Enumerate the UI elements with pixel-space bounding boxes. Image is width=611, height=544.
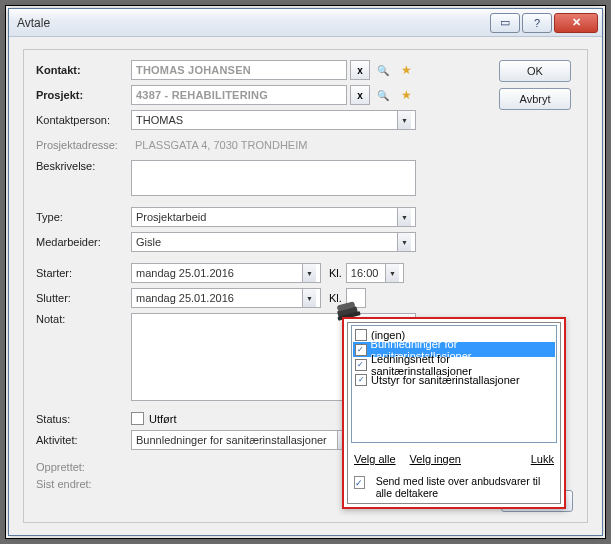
window-title: Avtale xyxy=(17,16,488,30)
ok-button[interactable]: OK xyxy=(499,60,571,82)
star-icon: ★ xyxy=(401,88,412,102)
titlebar: Avtale ▭ ? ✕ xyxy=(9,9,602,37)
x-icon: x xyxy=(357,90,363,101)
kontaktperson-select[interactable]: THOMAS xyxy=(131,110,416,130)
chevron-down-icon xyxy=(397,111,411,129)
label-kontaktperson: Kontaktperson: xyxy=(36,114,131,126)
popup-item-label: Utstyr for sanitærinstallasjoner xyxy=(371,374,520,386)
popup-list[interactable]: (ingen) ✓ Bunnledninger for sanitærinsta… xyxy=(351,325,557,443)
prosjektadresse-value: PLASSGATA 4, 7030 TRONDHEIM xyxy=(131,135,416,155)
kontakt-search-button[interactable]: 🔍 xyxy=(373,60,393,80)
aktivitet-popup: (ingen) ✓ Bunnledninger for sanitærinsta… xyxy=(342,317,566,509)
popup-checkbox[interactable]: ✓ xyxy=(355,344,367,356)
lukk-link[interactable]: Lukk xyxy=(531,453,554,465)
label-opprettet: Opprettet: xyxy=(36,461,131,473)
star-icon: ★ xyxy=(401,63,412,77)
label-utfort: Utført xyxy=(149,413,177,425)
popup-item-ledningsnett[interactable]: ✓ Ledningsnett for sanitærinstallasjoner xyxy=(353,357,555,372)
end-date-value: mandag 25.01.2016 xyxy=(136,292,234,304)
kontakt-field[interactable]: THOMAS JOHANSEN xyxy=(131,60,347,80)
close-button[interactable]: ✕ xyxy=(554,13,598,33)
window-icon: ▭ xyxy=(500,16,510,29)
chevron-down-icon xyxy=(302,289,316,307)
velg-ingen-link[interactable]: Velg ingen xyxy=(410,453,461,465)
label-status: Status: xyxy=(36,413,131,425)
prosjekt-value: 4387 - REHABILITERING xyxy=(136,89,268,101)
prosjekt-field[interactable]: 4387 - REHABILITERING xyxy=(131,85,347,105)
utfort-checkbox[interactable] xyxy=(131,412,144,425)
aktivitet-select[interactable]: Bunnledninger for sanitærinstallasjoner xyxy=(131,430,356,450)
start-time-value: 16:00 xyxy=(351,267,379,279)
label-type: Type: xyxy=(36,211,131,223)
client-area: OK Avbryt Kontakt: THOMAS JOHANSEN x 🔍 ★… xyxy=(9,37,602,535)
label-aktivitet: Aktivitet: xyxy=(36,434,131,446)
prosjekt-search-button[interactable]: 🔍 xyxy=(373,85,393,105)
send-med-label: Send med liste over anbudsvarer til alle… xyxy=(376,475,556,499)
kontakt-value: THOMAS JOHANSEN xyxy=(136,64,251,76)
popup-checkbox[interactable]: ✓ xyxy=(355,374,367,386)
end-date-select[interactable]: mandag 25.01.2016 xyxy=(131,288,321,308)
popup-checkbox[interactable] xyxy=(355,329,367,341)
start-date-select[interactable]: mandag 25.01.2016 xyxy=(131,263,321,283)
label-notat: Notat: xyxy=(36,313,131,325)
label-kl-start: Kl. xyxy=(329,267,342,279)
label-prosjekt: Prosjekt: xyxy=(36,89,131,101)
help-button[interactable]: ? xyxy=(522,13,552,33)
x-icon: x xyxy=(357,65,363,76)
chevron-down-icon xyxy=(397,233,411,251)
popup-checkbox[interactable]: ✓ xyxy=(355,359,367,371)
send-med-checkbox[interactable]: ✓ xyxy=(354,476,365,489)
search-icon: 🔍 xyxy=(377,65,389,76)
label-starter: Starter: xyxy=(36,267,131,279)
label-prosjektadresse: Prosjektadresse: xyxy=(36,139,131,151)
aktivitet-value: Bunnledninger for sanitærinstallasjoner xyxy=(136,434,327,446)
kontakt-clear-button[interactable]: x xyxy=(350,60,370,80)
search-icon: 🔍 xyxy=(377,90,389,101)
prosjekt-clear-button[interactable]: x xyxy=(350,85,370,105)
label-slutter: Slutter: xyxy=(36,292,131,304)
cancel-button[interactable]: Avbryt xyxy=(499,88,571,110)
medarbeider-value: Gisle xyxy=(136,236,161,248)
prosjekt-fav-button[interactable]: ★ xyxy=(396,85,416,105)
type-select[interactable]: Prosjektarbeid xyxy=(131,207,416,227)
beskrivelse-textarea[interactable] xyxy=(131,160,416,196)
start-time-select[interactable]: 16:00 xyxy=(346,263,404,283)
type-value: Prosjektarbeid xyxy=(136,211,206,223)
start-date-value: mandag 25.01.2016 xyxy=(136,267,234,279)
label-kontakt: Kontakt: xyxy=(36,64,131,76)
chevron-down-icon xyxy=(302,264,316,282)
velg-alle-link[interactable]: Velg alle xyxy=(354,453,396,465)
kontakt-fav-button[interactable]: ★ xyxy=(396,60,416,80)
dialog-window: Avtale ▭ ? ✕ OK Avbryt Kontakt: THOMAS J… xyxy=(8,8,603,536)
close-icon: ✕ xyxy=(572,16,581,29)
label-beskrivelse: Beskrivelse: xyxy=(36,160,131,172)
label-medarbeider: Medarbeider: xyxy=(36,236,131,248)
kontaktperson-value: THOMAS xyxy=(136,114,183,126)
help-icon: ? xyxy=(534,17,540,29)
chevron-down-icon xyxy=(397,208,411,226)
chevron-down-icon xyxy=(385,264,399,282)
label-sist-endret: Sist endret: xyxy=(36,478,131,490)
medarbeider-select[interactable]: Gisle xyxy=(131,232,416,252)
window-icon-button[interactable]: ▭ xyxy=(490,13,520,33)
